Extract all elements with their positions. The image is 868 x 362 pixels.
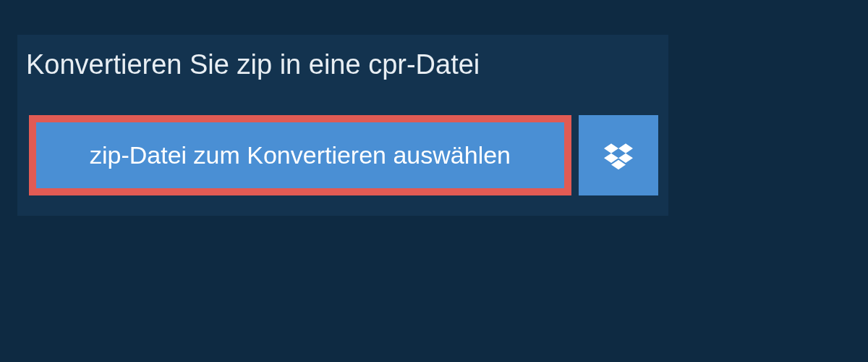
dropbox-button[interactable] [579, 115, 658, 195]
button-row: zip-Datei zum Konvertieren auswählen [17, 95, 668, 216]
page-title: Konvertieren Sie zip in eine cpr-Datei [17, 35, 500, 95]
select-file-label: zip-Datei zum Konvertieren auswählen [90, 141, 511, 169]
converter-panel: Konvertieren Sie zip in eine cpr-Datei z… [17, 35, 668, 216]
dropbox-icon [604, 141, 633, 170]
select-file-button[interactable]: zip-Datei zum Konvertieren auswählen [29, 115, 571, 195]
header-row: Konvertieren Sie zip in eine cpr-Datei [17, 35, 668, 95]
